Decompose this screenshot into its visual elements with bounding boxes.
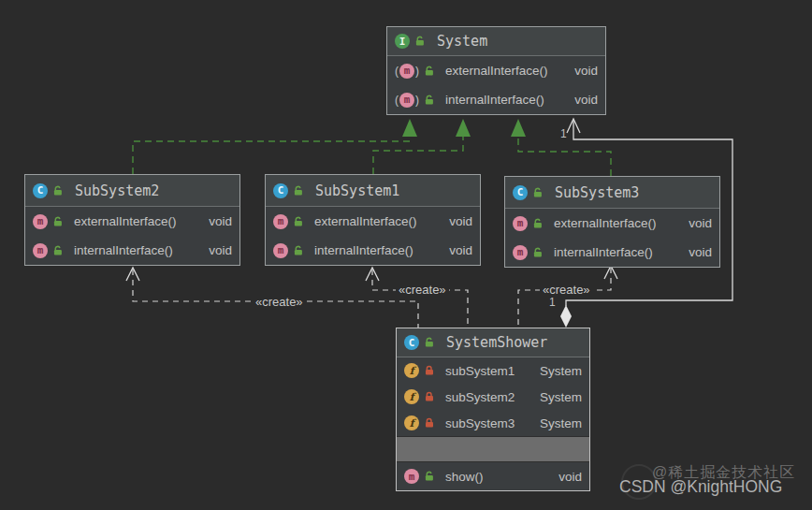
method-row[interactable]: m externalInterface() void xyxy=(505,209,719,238)
method-row[interactable]: m show() void xyxy=(397,462,589,490)
public-lock-icon xyxy=(424,337,435,348)
class-box-subsystem3[interactable]: C SubSystem3 m externalInterface() void … xyxy=(504,176,720,268)
method-row[interactable]: m internalInterface() void xyxy=(266,236,480,265)
field-icon: f xyxy=(404,389,419,404)
member-name: subSystem1 xyxy=(445,364,515,378)
member-name: externalInterface() xyxy=(74,214,177,228)
class-header-subsystem3[interactable]: C SubSystem3 xyxy=(505,177,719,209)
member-type: System xyxy=(540,416,582,430)
member-name: externalInterface() xyxy=(554,216,657,230)
method-row[interactable]: m externalInterface() void xyxy=(266,207,480,236)
private-lock-icon xyxy=(424,391,435,402)
public-lock-icon xyxy=(532,187,544,198)
interface-icon: I xyxy=(395,34,410,49)
method-icon: m xyxy=(33,243,48,258)
public-lock-icon xyxy=(532,218,544,229)
class-title: SystemShower xyxy=(446,334,547,351)
member-name: subSystem3 xyxy=(445,416,515,430)
method-row[interactable]: m internalInterface() void xyxy=(387,85,605,114)
method-row[interactable]: m externalInterface() void xyxy=(25,207,239,236)
method-icon: m xyxy=(273,214,288,229)
field-row[interactable]: f subSystem1 System xyxy=(397,357,589,384)
method-icon: m xyxy=(513,245,528,260)
uml-diagram-canvas: «create» «create» «create» 1 1 I System … xyxy=(0,0,812,510)
member-type: System xyxy=(540,364,582,378)
private-lock-icon xyxy=(424,365,435,376)
method-icon: m xyxy=(33,214,48,229)
abstract-method-icon: m xyxy=(395,64,419,79)
method-icon: m xyxy=(273,243,288,258)
member-name: internalInterface() xyxy=(554,245,653,259)
member-name: internalInterface() xyxy=(314,243,413,257)
member-type: void xyxy=(558,470,582,484)
member-type: void xyxy=(574,64,598,78)
member-type: void xyxy=(209,243,232,257)
member-type: void xyxy=(449,214,472,228)
edge-realization-subsystem2-system[interactable] xyxy=(133,119,417,174)
watermark-csdn: CSDN @KnightHONG xyxy=(619,477,782,497)
member-name: internalInterface() xyxy=(445,93,544,107)
class-box-subsystem2[interactable]: C SubSystem2 m externalInterface() void … xyxy=(24,174,240,266)
create-label-subsystem1: «create» xyxy=(396,283,449,297)
class-icon: C xyxy=(513,185,528,200)
class-header-subsystem1[interactable]: C SubSystem1 xyxy=(266,175,480,207)
public-lock-icon xyxy=(52,245,64,256)
public-lock-icon xyxy=(293,245,304,256)
member-type: void xyxy=(574,93,598,107)
class-icon: C xyxy=(33,183,48,198)
public-lock-icon xyxy=(532,247,544,258)
member-name: externalInterface() xyxy=(445,64,548,78)
class-title: SubSystem3 xyxy=(555,184,639,201)
edge-create-systemshower-subsystem1[interactable] xyxy=(366,268,468,328)
create-label-subsystem3: «create» xyxy=(540,283,593,297)
member-type: void xyxy=(689,216,712,230)
public-lock-icon xyxy=(52,185,64,197)
method-row[interactable]: m internalInterface() void xyxy=(25,236,239,265)
multiplicity-label-bottom: 1 xyxy=(549,296,556,309)
method-icon: m xyxy=(513,216,528,231)
field-row[interactable]: f subSystem3 System xyxy=(397,410,589,436)
public-lock-icon xyxy=(52,216,64,227)
class-box-system[interactable]: I System m externalInterface() void m in… xyxy=(386,26,606,115)
class-box-subsystem1[interactable]: C SubSystem1 m externalInterface() void … xyxy=(265,174,481,266)
multiplicity-label-top: 1 xyxy=(560,127,567,140)
create-label-subsystem2: «create» xyxy=(253,295,306,309)
member-name: externalInterface() xyxy=(314,214,417,228)
class-box-systemshower[interactable]: C SystemShower f subSystem1 System f sub… xyxy=(396,328,590,491)
class-icon: C xyxy=(404,335,419,350)
edge-realization-subsystem1-system[interactable] xyxy=(373,119,471,174)
public-lock-icon xyxy=(414,36,426,47)
public-lock-icon xyxy=(424,95,435,106)
method-row[interactable]: m externalInterface() void xyxy=(387,56,605,85)
class-title: System xyxy=(437,33,487,50)
class-title: SubSystem2 xyxy=(75,182,159,199)
class-header-systemshower[interactable]: C SystemShower xyxy=(397,328,589,357)
fields-methods-separator xyxy=(397,436,589,462)
private-lock-icon xyxy=(424,417,435,429)
member-name: show() xyxy=(445,470,484,484)
member-name: subSystem2 xyxy=(445,390,515,404)
member-type: void xyxy=(209,214,232,228)
method-row[interactable]: m internalInterface() void xyxy=(505,238,719,267)
method-icon: m xyxy=(404,469,419,484)
member-type: void xyxy=(689,245,712,259)
abstract-method-icon: m xyxy=(395,93,419,108)
public-lock-icon xyxy=(424,471,435,482)
class-title: SubSystem1 xyxy=(315,182,399,199)
member-type: void xyxy=(449,243,472,257)
class-header-subsystem2[interactable]: C SubSystem2 xyxy=(25,175,239,207)
field-icon: f xyxy=(404,363,419,378)
class-header-system[interactable]: I System xyxy=(387,27,605,56)
public-lock-icon xyxy=(293,216,304,227)
public-lock-icon xyxy=(424,66,435,77)
class-icon: C xyxy=(273,183,288,198)
member-name: internalInterface() xyxy=(74,243,173,257)
member-type: System xyxy=(540,390,582,404)
public-lock-icon xyxy=(293,185,304,197)
field-icon: f xyxy=(404,415,419,430)
field-row[interactable]: f subSystem2 System xyxy=(397,384,589,410)
